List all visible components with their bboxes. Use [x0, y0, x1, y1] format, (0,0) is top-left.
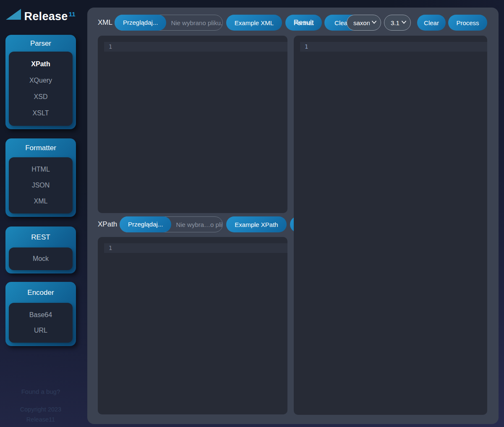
- logo-brand-text: Release: [24, 11, 68, 22]
- sidebar-item-xsd[interactable]: XSD: [9, 93, 73, 101]
- section-title-formatter: Formatter: [5, 138, 76, 158]
- copyright-text: Copyright 2023 Release11: [0, 404, 81, 424]
- sidebar-section-rest: REST Mock: [5, 227, 76, 273]
- xml-browse-button[interactable]: Przeglądaj...: [115, 15, 166, 31]
- app-root: { "logo": { "brand": "Release", "supersc…: [0, 0, 504, 427]
- sidebar-section-formatter: Formatter HTML JSON XML: [5, 138, 76, 217]
- sidebar: Release 11 Parser XPath XQuery XSD XSLT …: [0, 0, 81, 427]
- sidebar-item-xquery[interactable]: XQuery: [9, 77, 73, 84]
- xml-editor-active-line: 1: [104, 42, 287, 52]
- sidebar-item-base64[interactable]: Base64: [9, 311, 73, 319]
- main-panel: XML Przeglądaj... Nie wybrano pliku. Exa…: [87, 8, 499, 424]
- sidebar-section-parser: Parser XPath XQuery XSD XSLT: [5, 35, 76, 129]
- section-title-parser: Parser: [5, 35, 76, 52]
- result-clear-button[interactable]: Clear: [417, 15, 446, 31]
- result-editor[interactable]: 1: [294, 36, 487, 415]
- sidebar-item-xslt[interactable]: XSLT: [9, 109, 73, 117]
- version-select-wrap: 3.1: [384, 15, 411, 31]
- xpath-panel-label: XPath: [98, 216, 117, 232]
- xpath-file-placeholder: Nie wybra…o pliku.: [171, 221, 222, 228]
- engine-select-wrap: saxon: [347, 15, 381, 31]
- sidebar-section-encoder: Encoder Base64 URL: [5, 282, 76, 346]
- logo[interactable]: Release 11: [0, 9, 81, 22]
- result-editor-active-line: 1: [300, 42, 487, 52]
- xpath-editor[interactable]: 1: [98, 237, 287, 414]
- xml-file-input[interactable]: Przeglądaj... Nie wybrano pliku.: [115, 15, 223, 31]
- xpath-editor-active-line: 1: [104, 243, 287, 253]
- section-items-formatter: HTML JSON XML: [9, 157, 73, 214]
- xml-editor-line-number: 1: [104, 42, 287, 52]
- release11-triangle-logo-icon: [6, 9, 21, 21]
- result-editor-line-number: 1: [300, 42, 487, 52]
- xml-editor[interactable]: 1: [98, 36, 287, 213]
- sidebar-item-html[interactable]: HTML: [9, 166, 73, 173]
- section-title-rest: REST: [5, 227, 76, 248]
- engine-select[interactable]: saxon: [347, 15, 381, 31]
- result-panel-label: Result: [285, 15, 322, 31]
- example-xpath-button[interactable]: Example XPath: [226, 216, 287, 232]
- sidebar-item-xml[interactable]: XML: [9, 198, 73, 205]
- sidebar-item-url[interactable]: URL: [9, 327, 73, 334]
- section-items-encoder: Base64 URL: [9, 303, 73, 343]
- section-title-encoder: Encoder: [5, 282, 76, 304]
- copyright-line1: Copyright 2023: [0, 404, 81, 414]
- logo-superscript: 11: [69, 11, 76, 17]
- xml-panel-label: XML: [98, 15, 112, 31]
- found-a-bug-link[interactable]: Found a bug?: [0, 388, 81, 395]
- sidebar-item-xpath[interactable]: XPath: [9, 60, 73, 68]
- example-xml-button[interactable]: Example XML: [226, 15, 282, 31]
- xpath-browse-button[interactable]: Przeglądaj...: [120, 216, 171, 232]
- sidebar-item-mock[interactable]: Mock: [9, 255, 73, 263]
- xpath-file-input[interactable]: Przeglądaj... Nie wybra…o pliku.: [120, 216, 223, 232]
- process-button[interactable]: Process: [448, 15, 487, 31]
- xpath-editor-line-number: 1: [104, 243, 287, 253]
- section-items-rest: Mock: [9, 247, 73, 270]
- xml-file-placeholder: Nie wybrano pliku.: [166, 19, 222, 26]
- sidebar-item-json[interactable]: JSON: [9, 182, 73, 189]
- version-select[interactable]: 3.1: [384, 15, 411, 31]
- copyright-line2: Release11: [0, 414, 81, 424]
- section-items-parser: XPath XQuery XSD XSLT: [9, 52, 73, 126]
